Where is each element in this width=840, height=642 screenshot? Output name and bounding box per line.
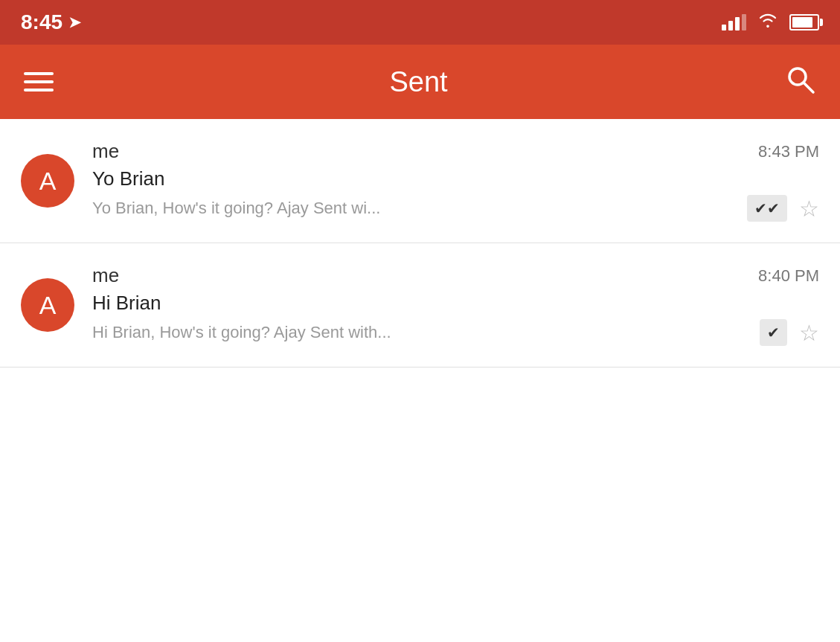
- email-content-2: me 8:40 PM Hi Brian Hi Brian, How's it g…: [92, 264, 819, 346]
- email-time-2: 8:40 PM: [758, 266, 819, 286]
- email-subject-2: Hi Brian: [92, 292, 819, 315]
- email-subject-1: Yo Brian: [92, 167, 819, 190]
- time-display: 8:45: [21, 10, 62, 34]
- email-sender-1: me: [92, 140, 119, 163]
- read-receipt-single-2: ✔: [760, 319, 787, 346]
- signal-icon: [722, 14, 746, 31]
- email-header-1: me 8:43 PM: [92, 140, 819, 163]
- status-icons: [722, 11, 819, 33]
- avatar-2: A: [21, 278, 74, 332]
- email-sender-2: me: [92, 264, 119, 287]
- menu-button[interactable]: [24, 72, 54, 92]
- email-item-2[interactable]: A me 8:40 PM Hi Brian Hi Brian, How's it…: [0, 243, 840, 367]
- email-item-1[interactable]: A me 8:43 PM Yo Brian Yo Brian, How's it…: [0, 119, 840, 243]
- star-button-2[interactable]: ☆: [799, 320, 819, 346]
- email-actions-1: ✔✔ ☆: [747, 195, 819, 222]
- location-arrow-icon: ➤: [68, 13, 81, 31]
- star-button-1[interactable]: ☆: [799, 196, 819, 222]
- avatar-1: A: [21, 154, 74, 208]
- status-bar: 8:45 ➤: [0, 0, 840, 45]
- page-title: Sent: [389, 66, 447, 98]
- email-time-1: 8:43 PM: [758, 142, 819, 161]
- battery-icon: [789, 14, 819, 31]
- email-content-1: me 8:43 PM Yo Brian Yo Brian, How's it g…: [92, 140, 819, 222]
- email-header-2: me 8:40 PM: [92, 264, 819, 287]
- email-preview-row-1: Yo Brian, How's it going? Ajay Sent wi..…: [92, 195, 819, 222]
- email-list: A me 8:43 PM Yo Brian Yo Brian, How's it…: [0, 119, 840, 367]
- search-button[interactable]: [783, 62, 816, 102]
- email-preview-row-2: Hi Brian, How's it going? Ajay Sent with…: [92, 319, 819, 346]
- read-receipt-double-1: ✔✔: [747, 195, 787, 222]
- status-time: 8:45 ➤: [21, 10, 81, 34]
- email-preview-2: Hi Brian, How's it going? Ajay Sent with…: [92, 323, 749, 342]
- svg-line-1: [804, 83, 813, 92]
- email-actions-2: ✔ ☆: [760, 319, 819, 346]
- app-bar: Sent: [0, 45, 840, 119]
- wifi-icon: [757, 11, 779, 33]
- email-preview-1: Yo Brian, How's it going? Ajay Sent wi..…: [92, 199, 737, 218]
